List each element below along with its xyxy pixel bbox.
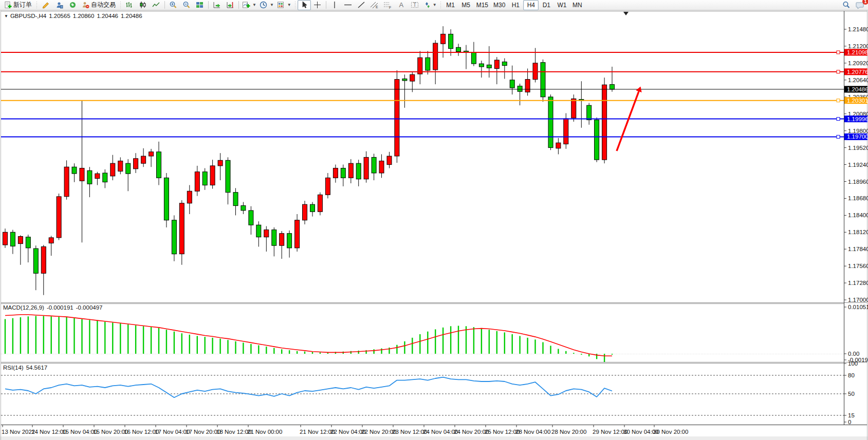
chart-canvas[interactable]: 1.214801.212001.209201.206401.203601.200… bbox=[0, 10, 868, 440]
candle bbox=[26, 237, 30, 248]
text-label-button[interactable]: T bbox=[408, 0, 421, 10]
candle bbox=[310, 204, 315, 212]
line-handle[interactable] bbox=[837, 51, 840, 54]
candle bbox=[33, 248, 38, 273]
candle bbox=[256, 225, 261, 237]
svg-text:29 Nov 12:00: 29 Nov 12:00 bbox=[593, 429, 627, 435]
candle bbox=[402, 79, 407, 81]
templates-icon bbox=[277, 1, 285, 9]
macd-indicator-label: MACD(12,26,9)-0.000191-0.000497 bbox=[3, 304, 102, 311]
svg-text:21 Nov 00:00: 21 Nov 00:00 bbox=[247, 429, 282, 435]
candle bbox=[333, 168, 338, 178]
arrows-button[interactable]: ▼ bbox=[421, 0, 438, 10]
cursor-button[interactable] bbox=[298, 0, 311, 10]
zoom-in-button[interactable] bbox=[167, 0, 180, 10]
candle bbox=[518, 86, 522, 92]
candle bbox=[141, 156, 146, 163]
candlestick-chart-button[interactable] bbox=[136, 0, 150, 10]
crosshair-button[interactable] bbox=[311, 0, 324, 10]
metaeditor-button[interactable] bbox=[39, 0, 52, 10]
templates-button[interactable]: ▼ bbox=[275, 0, 293, 10]
candle bbox=[449, 34, 453, 48]
candle bbox=[179, 203, 184, 254]
rsi-name: RSI(14) bbox=[3, 365, 24, 371]
timeframe-h1-button[interactable]: H1 bbox=[508, 0, 523, 10]
chat-button[interactable]: 1 bbox=[853, 0, 866, 10]
svg-text:21 Nov 12:00: 21 Nov 12:00 bbox=[300, 429, 335, 435]
svg-text:17 Nov 20:00: 17 Nov 20:00 bbox=[186, 429, 220, 435]
new-order-label: 新订单 bbox=[13, 1, 32, 9]
svg-text:E: E bbox=[376, 5, 378, 9]
line-handle[interactable] bbox=[837, 118, 840, 121]
candle bbox=[548, 97, 553, 148]
candle bbox=[494, 60, 499, 69]
horizontal-line-button[interactable] bbox=[341, 0, 355, 10]
line-handle[interactable] bbox=[837, 99, 840, 102]
text-icon: A bbox=[398, 1, 405, 9]
new-order-button[interactable]: 新订单 bbox=[2, 0, 34, 10]
equidistant-channel-button[interactable]: E bbox=[368, 0, 381, 10]
crosshair-icon bbox=[313, 1, 321, 9]
tile-windows-button[interactable] bbox=[193, 0, 207, 10]
news-broadcast-button[interactable] bbox=[66, 0, 79, 10]
timeframe-d1-button[interactable]: D1 bbox=[539, 0, 554, 10]
mql5-community-button[interactable] bbox=[52, 0, 66, 10]
svg-text:1.21200: 1.21200 bbox=[848, 43, 868, 49]
svg-text:24 Nov 04:00: 24 Nov 04:00 bbox=[423, 429, 458, 435]
trendline-button[interactable] bbox=[355, 0, 368, 10]
line-chart-button[interactable] bbox=[150, 0, 163, 10]
dropdown-caret: ▼ bbox=[270, 3, 274, 7]
candle bbox=[41, 247, 46, 274]
timeframe-mn-button[interactable]: MN bbox=[569, 0, 585, 10]
vertical-line-button[interactable] bbox=[328, 0, 341, 10]
auto-scroll-button[interactable] bbox=[210, 0, 224, 10]
zoom-out-button[interactable] bbox=[180, 0, 193, 10]
line-handle[interactable] bbox=[837, 135, 840, 138]
chart-window[interactable]: 1.214801.212001.209201.206401.203601.200… bbox=[0, 10, 868, 440]
fibonacci-button[interactable]: F bbox=[381, 0, 395, 10]
candle bbox=[471, 52, 476, 64]
tile-windows-icon bbox=[196, 1, 204, 9]
window-bottom-strip bbox=[0, 436, 868, 440]
ohlc-high: 1.20860 bbox=[73, 13, 95, 19]
candle bbox=[318, 195, 322, 212]
autotrade-button[interactable]: 自动交易 bbox=[79, 0, 118, 10]
svg-text:15 Nov 04:00: 15 Nov 04:00 bbox=[62, 429, 97, 435]
timeframe-h4-button[interactable]: H4 bbox=[523, 0, 539, 10]
dropdown-caret: ▼ bbox=[252, 3, 256, 7]
svg-text:1.18400: 1.18400 bbox=[848, 212, 868, 218]
macd-main-value: -0.000191 bbox=[47, 304, 73, 311]
metaeditor-icon bbox=[42, 1, 50, 9]
rsi-value: 54.5617 bbox=[26, 365, 48, 371]
candle bbox=[110, 163, 115, 176]
dropdown-caret: ▼ bbox=[433, 3, 437, 7]
svg-text:1.21098: 1.21098 bbox=[847, 49, 868, 55]
indicators-button[interactable]: ▼ bbox=[241, 0, 258, 10]
line-handle[interactable] bbox=[837, 70, 840, 73]
chart-title: ▼GBPUSD-,H41.205651.208601.204461.20486 bbox=[4, 13, 142, 19]
timeframe-w1-button[interactable]: W1 bbox=[554, 0, 569, 10]
svg-text:1.20640: 1.20640 bbox=[848, 77, 868, 83]
timeframe-m5-button[interactable]: M5 bbox=[458, 0, 474, 10]
svg-text:15 Nov 20:00: 15 Nov 20:00 bbox=[93, 429, 128, 435]
candle bbox=[95, 174, 100, 178]
ohlc-open: 1.20565 bbox=[49, 13, 70, 19]
periods-button[interactable]: ▼ bbox=[258, 0, 275, 10]
search-button[interactable] bbox=[840, 0, 853, 10]
bar-chart-button[interactable] bbox=[123, 0, 136, 10]
timeframe-m15-button[interactable]: M15 bbox=[474, 0, 491, 10]
chart-symbol-period: GBPUSD-,H4 bbox=[10, 13, 46, 19]
timeframe-m1-button[interactable]: M1 bbox=[443, 0, 458, 10]
timeframe-m30-button[interactable]: M30 bbox=[491, 0, 508, 10]
candle bbox=[441, 34, 446, 44]
fibonacci-icon: F bbox=[383, 1, 392, 9]
line-chart-icon bbox=[152, 1, 160, 9]
chart-shift-button[interactable] bbox=[224, 0, 237, 10]
text-button[interactable]: A bbox=[395, 0, 408, 10]
news-broadcast-icon bbox=[69, 1, 77, 9]
svg-text:F: F bbox=[389, 6, 391, 9]
svg-text:18 Nov 12:00: 18 Nov 12:00 bbox=[216, 429, 251, 435]
candle bbox=[433, 43, 438, 70]
indicators-icon bbox=[242, 1, 250, 9]
horizontal-line-icon bbox=[344, 1, 352, 9]
